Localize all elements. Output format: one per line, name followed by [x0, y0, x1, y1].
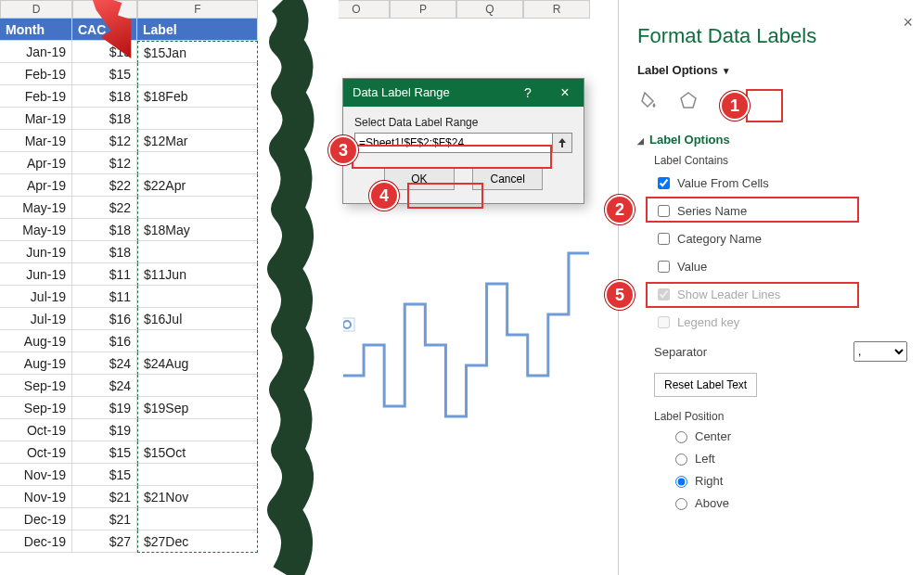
- opt-category-name[interactable]: Category Name: [654, 228, 907, 249]
- opt-value[interactable]: Value: [654, 256, 907, 276]
- cell[interactable]: $27: [72, 530, 137, 553]
- cell[interactable]: Mar-19: [0, 130, 72, 152]
- cell[interactable]: Dec-19: [0, 508, 72, 530]
- cell[interactable]: $12Mar: [137, 130, 258, 152]
- cell[interactable]: $16Jul: [137, 308, 258, 330]
- cell[interactable]: Aug-19: [0, 352, 72, 375]
- cell[interactable]: $12: [72, 152, 137, 174]
- cell[interactable]: $22: [72, 174, 137, 197]
- cell[interactable]: $21: [72, 508, 137, 530]
- col-header-o[interactable]: O: [323, 0, 390, 19]
- cell[interactable]: [137, 464, 258, 486]
- separator-select[interactable]: ,: [853, 341, 907, 362]
- cell[interactable]: [137, 241, 258, 263]
- cell[interactable]: $22: [72, 197, 137, 219]
- cell[interactable]: $22Apr: [137, 174, 258, 197]
- col-header-p[interactable]: P: [390, 0, 456, 19]
- section-label-options[interactable]: Label Options: [637, 133, 907, 147]
- cell[interactable]: $12: [72, 130, 137, 152]
- cell[interactable]: Nov-19: [0, 486, 72, 508]
- cell[interactable]: Jan-19: [0, 41, 72, 63]
- cell[interactable]: [137, 419, 258, 441]
- opt-leader-lines: Show Leader Lines: [654, 284, 907, 304]
- reset-label-text-button[interactable]: Reset Label Text: [654, 373, 757, 397]
- cell[interactable]: Mar-19: [0, 108, 72, 130]
- cell[interactable]: Jul-19: [0, 308, 72, 330]
- cell[interactable]: $24: [72, 352, 137, 375]
- cell[interactable]: $19Sep: [137, 397, 258, 419]
- cell[interactable]: May-19: [0, 219, 72, 241]
- cell[interactable]: $18: [72, 219, 137, 241]
- cell[interactable]: $16: [72, 308, 137, 330]
- dialog-help-button[interactable]: ?: [509, 79, 546, 107]
- cell[interactable]: $18: [72, 241, 137, 263]
- step-badge-5: 5: [605, 280, 635, 310]
- cell[interactable]: $24: [72, 375, 137, 397]
- cell[interactable]: Jun-19: [0, 241, 72, 263]
- cell[interactable]: [137, 152, 258, 174]
- cell[interactable]: $11: [72, 263, 137, 286]
- cell[interactable]: Apr-19: [0, 174, 72, 197]
- cell[interactable]: $18: [72, 108, 137, 130]
- cell[interactable]: $21Nov: [137, 486, 258, 508]
- cell[interactable]: [137, 330, 258, 352]
- cell[interactable]: $19: [72, 419, 137, 441]
- cell[interactable]: $15Oct: [137, 441, 258, 464]
- col-header-r[interactable]: R: [523, 0, 590, 19]
- cell[interactable]: $11Jun: [137, 263, 258, 286]
- cell[interactable]: Nov-19: [0, 464, 72, 486]
- cell[interactable]: $19: [72, 397, 137, 419]
- step-badge-1: 1: [720, 91, 750, 121]
- cell[interactable]: $15: [72, 63, 137, 85]
- opt-value-from-cells[interactable]: Value From Cells: [654, 172, 907, 193]
- cell[interactable]: $15: [72, 441, 137, 464]
- cell[interactable]: $18May: [137, 219, 258, 241]
- col-header-f[interactable]: F: [137, 0, 258, 19]
- cell[interactable]: $27Dec: [137, 530, 258, 553]
- cell[interactable]: Oct-19: [0, 419, 72, 441]
- header-cell[interactable]: Label: [137, 19, 258, 41]
- cell[interactable]: $24Aug: [137, 352, 258, 375]
- cell[interactable]: $18: [72, 85, 137, 108]
- cell[interactable]: $15: [72, 464, 137, 486]
- cell[interactable]: Jul-19: [0, 286, 72, 308]
- cell[interactable]: [137, 63, 258, 85]
- cell[interactable]: Aug-19: [0, 330, 72, 352]
- cell[interactable]: [137, 508, 258, 530]
- group-label-contains: Label Contains: [654, 154, 907, 167]
- range-collapse-button[interactable]: [552, 133, 572, 153]
- fill-line-icon[interactable]: [637, 88, 661, 112]
- cell[interactable]: Feb-19: [0, 85, 72, 108]
- dialog-cancel-button[interactable]: Cancel: [472, 168, 543, 190]
- cell[interactable]: [137, 286, 258, 308]
- pane-subtitle[interactable]: Label Options▼: [637, 63, 731, 77]
- opt-series-name[interactable]: Series Name: [654, 200, 907, 221]
- cell[interactable]: Dec-19: [0, 530, 72, 553]
- pos-above[interactable]: Above: [671, 495, 907, 510]
- cell[interactable]: $16: [72, 330, 137, 352]
- cell[interactable]: $18Feb: [137, 85, 258, 108]
- cell[interactable]: [137, 375, 258, 397]
- dialog-close-button[interactable]: ×: [546, 79, 584, 107]
- pane-close-button[interactable]: ×: [903, 13, 913, 32]
- pos-right[interactable]: Right: [671, 473, 907, 488]
- col-header-d[interactable]: D: [0, 0, 72, 19]
- cell[interactable]: Oct-19: [0, 441, 72, 464]
- pos-left[interactable]: Left: [671, 451, 907, 466]
- cell[interactable]: $21: [72, 486, 137, 508]
- cell[interactable]: Feb-19: [0, 63, 72, 85]
- cell[interactable]: May-19: [0, 197, 72, 219]
- cell[interactable]: $15Jan: [137, 41, 258, 63]
- label-range-input[interactable]: [354, 133, 553, 153]
- cell[interactable]: $11: [72, 286, 137, 308]
- cell[interactable]: Sep-19: [0, 375, 72, 397]
- cell[interactable]: Jun-19: [0, 263, 72, 286]
- col-header-q[interactable]: Q: [456, 0, 523, 19]
- cell[interactable]: Sep-19: [0, 397, 72, 419]
- cell[interactable]: [137, 197, 258, 219]
- header-cell[interactable]: Month: [0, 19, 72, 41]
- pos-center[interactable]: Center: [671, 428, 907, 443]
- effects-icon[interactable]: [676, 88, 700, 112]
- cell[interactable]: Apr-19: [0, 152, 72, 174]
- cell[interactable]: [137, 108, 258, 130]
